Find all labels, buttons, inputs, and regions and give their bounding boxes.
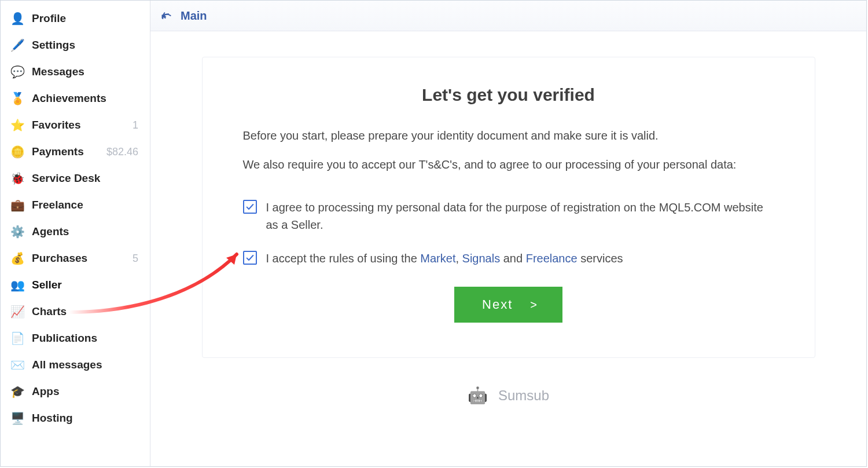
sidebar-item-purchases[interactable]: 💰 Purchases 5 (1, 245, 150, 272)
sidebar-badge: $82.46 (106, 146, 138, 158)
sidebar-item-label: Purchases (32, 252, 87, 265)
card-paragraph-1: Before you start, please prepare your id… (243, 127, 774, 144)
next-button[interactable]: Next > (454, 287, 562, 323)
hosting-icon: 🖥️ (11, 412, 24, 425)
sidebar-item-charts[interactable]: 📈 Charts (1, 298, 150, 325)
sidebar-item-settings[interactable]: 🖊️ Settings (1, 32, 150, 58)
sidebar-item-payments[interactable]: 🪙 Payments $82.46 (1, 138, 150, 165)
sidebar-item-servicedesk[interactable]: 🐞 Service Desk (1, 165, 150, 192)
sidebar-item-label: Messages (32, 65, 84, 78)
sidebar-item-label: Publications (32, 332, 97, 345)
sidebar-item-messages[interactable]: 💬 Messages (1, 58, 150, 85)
sidebar-item-label: Favorites (32, 119, 80, 131)
card-title: Let's get you verified (243, 85, 774, 105)
verify-card: Let's get you verified Before you start,… (202, 57, 815, 358)
sidebar-item-label: Service Desk (32, 172, 100, 185)
briefcase-icon: 💼 (11, 199, 24, 211)
signals-link[interactable]: Signals (462, 252, 501, 265)
sidebar-item-label: Agents (32, 225, 69, 238)
sidebar-badge: 1 (133, 119, 138, 131)
next-button-label: Next (482, 297, 513, 312)
consent-text-1: I agree to processing my personal data f… (266, 199, 774, 233)
market-link[interactable]: Market (420, 252, 455, 265)
envelope-icon: ✉️ (11, 359, 24, 371)
doc-icon: 📄 (11, 332, 24, 345)
footer-brand: 🤖 Sumsub (468, 386, 549, 405)
person-icon: 👤 (11, 12, 24, 25)
bug-icon: 🐞 (11, 172, 24, 185)
sidebar-item-favorites[interactable]: ⭐ Favorites 1 (1, 112, 150, 138)
sidebar-badge: 5 (133, 253, 138, 265)
consent-text-2-sep2: and (500, 252, 525, 265)
content-area: Let's get you verified Before you start,… (150, 31, 866, 466)
back-arrow-icon[interactable] (161, 10, 172, 21)
sidebar-item-label: Hosting (32, 412, 73, 425)
sidebar-item-allmessages[interactable]: ✉️ All messages (1, 352, 150, 378)
breadcrumb: Main (150, 1, 866, 31)
app-frame: 👤 Profile 🖊️ Settings 💬 Messages 🏅 Achie… (0, 0, 867, 467)
sidebar-item-label: Settings (32, 39, 75, 52)
freelance-link[interactable]: Freelance (526, 252, 578, 265)
chevron-right-icon: > (530, 298, 538, 312)
sidebar-item-label: Apps (32, 385, 60, 398)
seller-icon: 👥 (11, 279, 24, 291)
sumsub-logo-icon: 🤖 (468, 386, 488, 405)
messages-icon: 💬 (11, 65, 24, 78)
consent-block: I agree to processing my personal data f… (243, 199, 774, 267)
main-panel: Main Let's get you verified Before you s… (150, 1, 866, 466)
sidebar-item-label: Freelance (32, 199, 83, 211)
achievement-icon: 🏅 (11, 92, 24, 105)
consent-text-2-prefix: I accept the rules of using the (266, 252, 421, 265)
next-row: Next > (243, 287, 774, 323)
sidebar-item-agents[interactable]: ⚙️ Agents (1, 218, 150, 245)
sidebar-item-label: Profile (32, 12, 66, 25)
sidebar-item-label: Seller (32, 279, 62, 291)
consent-text-2-suffix: services (578, 252, 623, 265)
footer-brand-label: Sumsub (498, 387, 549, 404)
sidebar: 👤 Profile 🖊️ Settings 💬 Messages 🏅 Achie… (1, 1, 150, 466)
settings-icon: 🖊️ (11, 39, 24, 52)
sidebar-item-profile[interactable]: 👤 Profile (1, 5, 150, 32)
sidebar-item-publications[interactable]: 📄 Publications (1, 325, 150, 352)
card-paragraph-2: We also require you to accept our T's&C'… (243, 156, 774, 173)
consent-text-2: I accept the rules of using the Market, … (266, 250, 623, 267)
sidebar-item-freelance[interactable]: 💼 Freelance (1, 192, 150, 218)
sidebar-item-label: Charts (32, 305, 67, 318)
consent-checkbox-1[interactable] (243, 200, 257, 214)
sidebar-item-label: Achievements (32, 92, 106, 105)
consent-text-2-sep1: , (455, 252, 462, 265)
sidebar-item-label: All messages (32, 359, 102, 371)
sidebar-item-apps[interactable]: 🎓 Apps (1, 378, 150, 405)
apps-icon: 🎓 (11, 385, 24, 398)
coins-icon: 🪙 (11, 145, 24, 158)
purchases-icon: 💰 (11, 252, 24, 265)
consent-row-1: I agree to processing my personal data f… (243, 199, 774, 233)
consent-checkbox-2[interactable] (243, 251, 257, 265)
sidebar-item-hosting[interactable]: 🖥️ Hosting (1, 405, 150, 432)
consent-row-2: I accept the rules of using the Market, … (243, 250, 774, 267)
star-icon: ⭐ (11, 119, 24, 131)
gear-icon: ⚙️ (11, 225, 24, 238)
charts-icon: 📈 (11, 305, 24, 318)
sidebar-item-achievements[interactable]: 🏅 Achievements (1, 85, 150, 112)
sidebar-item-label: Payments (32, 145, 84, 158)
breadcrumb-main-link[interactable]: Main (181, 9, 207, 23)
sidebar-item-seller[interactable]: 👥 Seller (1, 272, 150, 298)
